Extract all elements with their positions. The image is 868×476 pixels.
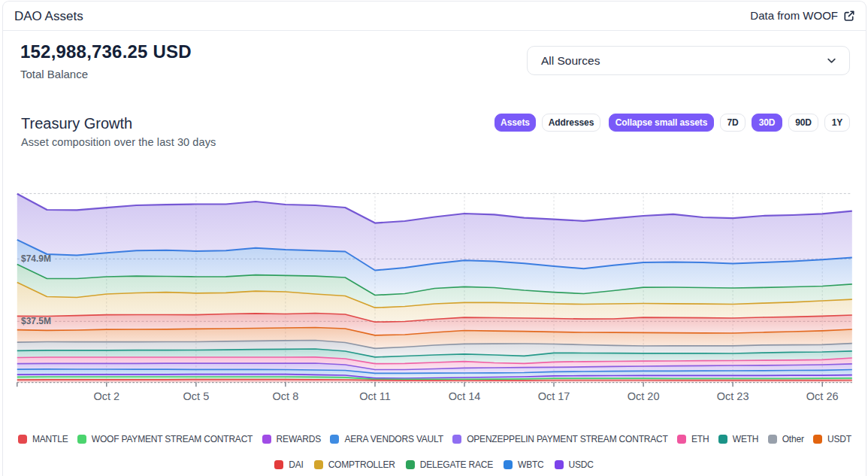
svg-text:Oct 17: Oct 17: [538, 390, 570, 402]
svg-text:Oct 14: Oct 14: [449, 390, 481, 402]
svg-text:Oct 5: Oct 5: [183, 390, 210, 402]
svg-text:$74.9M: $74.9M: [21, 253, 51, 264]
svg-text:Oct 11: Oct 11: [359, 390, 391, 402]
svg-text:Oct 23: Oct 23: [717, 390, 749, 402]
svg-text:$37.5M: $37.5M: [21, 316, 51, 326]
svg-text:Oct 26: Oct 26: [806, 390, 839, 402]
svg-text:Oct 20: Oct 20: [628, 390, 660, 402]
svg-text:Oct 8: Oct 8: [273, 390, 299, 402]
svg-text:Oct 2: Oct 2: [93, 390, 119, 402]
